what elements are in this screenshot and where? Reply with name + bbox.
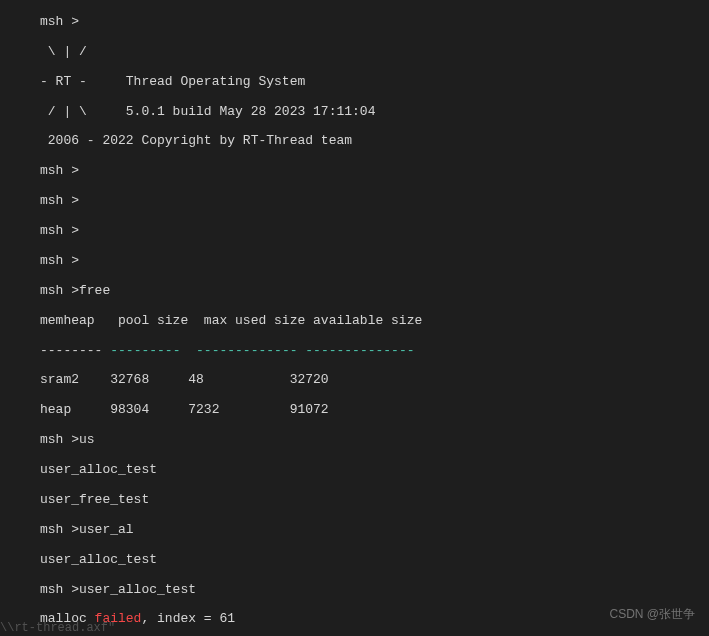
prompt-line: msh > [40,194,709,209]
cmd-us: msh >us [40,433,709,448]
output-line: user_alloc_test [40,463,709,478]
cmd-free: msh >free [40,284,709,299]
output-line: msh >user_al [40,523,709,538]
free-sep: -------- --------- ------------- -------… [40,344,709,359]
prompt-line: msh > [40,164,709,179]
banner-line: \ | / [40,45,709,60]
terminal-output: msh > \ | / - RT - Thread Operating Syst… [0,0,709,636]
prompt-line: msh > [40,254,709,269]
free-row: sram2 32768 48 32720 [40,373,709,388]
banner-line: / | \ 5.0.1 build May 28 2023 17:11:04 [40,105,709,120]
output-line: user_free_test [40,493,709,508]
banner-line: - RT - Thread Operating System [40,75,709,90]
banner-line: 2006 - 2022 Copyright by RT-Thread team [40,134,709,149]
watermark: CSDN @张世争 [609,608,695,622]
free-row: heap 98304 7232 91072 [40,403,709,418]
output-line: user_alloc_test [40,553,709,568]
prompt-line: msh > [40,224,709,239]
banner-line: msh > [40,15,709,30]
free-header: memheap pool size max used size availabl… [40,314,709,329]
bottom-clip: \\rt-thread.axf" [0,622,115,636]
output-line: msh >user_alloc_test [40,583,709,598]
